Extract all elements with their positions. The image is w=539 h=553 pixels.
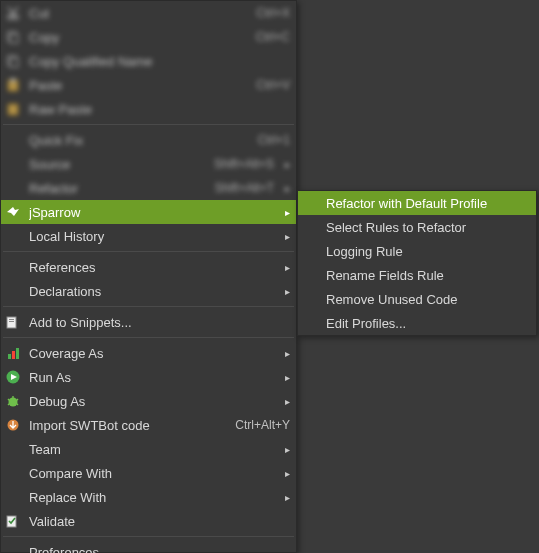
menu-item-label: Import SWTBot code [29,418,225,433]
submenu-item-edit-profiles[interactable]: Edit Profiles... [298,311,536,335]
menu-item-replace[interactable]: Replace With ▸ [1,485,296,509]
submenu-arrow-icon: ▸ [280,231,290,242]
menu-item-cut[interactable]: Cut Ctrl+X [1,1,296,25]
menu-item-accel: Ctrl+X [256,6,290,20]
submenu-item-rename-fields[interactable]: Rename Fields Rule [298,263,536,287]
menu-item-jsparrow[interactable]: jSparrow ▸ [1,200,296,224]
menu-item-label: Paste [29,78,246,93]
menu-item-label: Copy Qualified Name [29,54,290,69]
menu-item-coverage[interactable]: Coverage As ▸ [1,341,296,365]
svg-rect-13 [12,351,15,359]
menu-item-paste[interactable]: Paste Ctrl+V [1,73,296,97]
menu-item-label: Preferences... [29,545,290,554]
svg-rect-5 [10,58,18,67]
menu-item-label: Team [29,442,274,457]
menu-item-label: Local History [29,229,274,244]
svg-rect-11 [9,321,14,322]
menu-item-raw-paste[interactable]: Raw Paste [1,97,296,121]
separator [3,251,294,252]
submenu-arrow-icon: ▸ [280,348,290,359]
menu-item-source[interactable]: Source Shift+Alt+S ▸ [1,152,296,176]
menu-item-preferences[interactable]: Preferences... [1,540,296,553]
menu-item-label: Copy [29,30,246,45]
menu-item-accel: Ctrl+V [256,78,290,92]
separator [3,124,294,125]
submenu-item-select-rules[interactable]: Select Rules to Refactor [298,215,536,239]
submenu-arrow-icon: ▸ [280,183,290,194]
cut-icon [5,5,21,21]
raw-paste-icon [5,101,21,117]
menu-item-label: Edit Profiles... [326,316,530,331]
menu-item-label: Compare With [29,466,274,481]
paste-icon [5,77,21,93]
menu-item-label: Declarations [29,284,274,299]
svg-rect-12 [8,354,11,359]
menu-item-compare[interactable]: Compare With ▸ [1,461,296,485]
submenu-item-remove-unused[interactable]: Remove Unused Code [298,287,536,311]
menu-item-validate[interactable]: Validate [1,509,296,533]
svg-rect-8 [8,104,18,115]
submenu-arrow-icon: ▸ [280,492,290,503]
menu-item-label: References [29,260,274,275]
menu-item-quickfix[interactable]: Quick Fix Ctrl+1 [1,128,296,152]
menu-item-label: Replace With [29,490,274,505]
submenu-arrow-icon: ▸ [280,444,290,455]
menu-item-team[interactable]: Team ▸ [1,437,296,461]
svg-point-0 [8,15,12,19]
submenu-item-refactor-default[interactable]: Refactor with Default Profile [298,191,536,215]
svg-rect-7 [11,79,15,82]
submenu-arrow-icon: ▸ [280,207,290,218]
menu-item-accel: Ctrl+1 [258,133,290,147]
svg-rect-9 [7,317,16,328]
submenu-item-logging-rule[interactable]: Logging Rule [298,239,536,263]
menu-item-run[interactable]: Run As ▸ [1,365,296,389]
menu-item-accel: Shift+Alt+S [214,157,274,171]
submenu-arrow-icon: ▸ [280,286,290,297]
menu-item-label: Cut [29,6,246,21]
separator [3,337,294,338]
validate-icon [5,513,21,529]
separator [3,536,294,537]
snippets-icon [5,314,21,330]
menu-item-label: Run As [29,370,274,385]
svg-point-17 [9,398,18,407]
blurred-group-source: Quick Fix Ctrl+1 Source Shift+Alt+S ▸ Re… [1,128,296,200]
coverage-icon [5,345,21,361]
menu-item-references[interactable]: References ▸ [1,255,296,279]
menu-item-label: Rename Fields Rule [326,268,530,283]
menu-item-declarations[interactable]: Declarations ▸ [1,279,296,303]
menu-item-debug[interactable]: Debug As ▸ [1,389,296,413]
copy-icon [5,29,21,45]
menu-item-label: Quick Fix [29,133,248,148]
menu-item-label: Remove Unused Code [326,292,530,307]
jsparrow-icon [5,204,21,220]
menu-item-label: Coverage As [29,346,274,361]
menu-item-add-snippets[interactable]: Add to Snippets... [1,310,296,334]
submenu-arrow-icon: ▸ [280,372,290,383]
menu-item-label: Source [29,157,204,172]
menu-item-label: Debug As [29,394,274,409]
submenu-arrow-icon: ▸ [280,262,290,273]
menu-item-copy-qualified[interactable]: Copy Qualified Name [1,49,296,73]
svg-rect-10 [9,319,14,320]
menu-item-label: Refactor with Default Profile [326,196,530,211]
menu-item-label: Validate [29,514,290,529]
menu-item-label: Add to Snippets... [29,315,290,330]
menu-item-label: jSparrow [29,205,274,220]
menu-item-label: Select Rules to Refactor [326,220,530,235]
svg-rect-14 [16,348,19,359]
menu-item-local-history[interactable]: Local History ▸ [1,224,296,248]
menu-item-copy[interactable]: Copy Ctrl+C [1,25,296,49]
copy-qualified-icon [5,53,21,69]
menu-item-import-swtbot[interactable]: Import SWTBot code Ctrl+Alt+Y [1,413,296,437]
menu-item-label: Logging Rule [326,244,530,259]
separator [3,306,294,307]
import-icon [5,417,21,433]
svg-rect-3 [10,34,18,43]
submenu-jsparrow: Refactor with Default Profile Select Rul… [297,190,537,336]
context-menu-main: Cut Ctrl+X Copy Ctrl+C Copy Qualified Na… [0,0,297,553]
svg-point-1 [14,15,18,19]
menu-item-refactor[interactable]: Refactor Shift+Alt+T ▸ [1,176,296,200]
menu-item-accel: Shift+Alt+T [215,181,274,195]
debug-icon [5,393,21,409]
